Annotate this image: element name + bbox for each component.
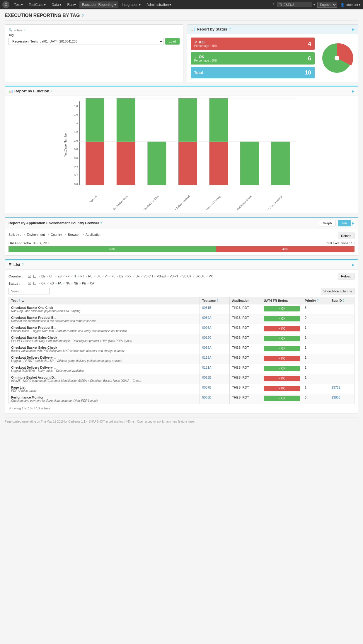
testcase-link[interactable]: 0121A xyxy=(202,366,212,369)
status-select-all-icon[interactable]: ☑ xyxy=(28,281,31,286)
testcase-link[interactable]: 0095A xyxy=(202,326,212,329)
page-title: EXECUTION REPORTING BY TAG ? xyxy=(5,13,358,21)
cell-priority: 1 xyxy=(302,344,329,354)
app-env-expand-icon[interactable]: ▶ xyxy=(352,221,355,225)
cb-es[interactable]: ✓ ES xyxy=(55,275,62,278)
cb-pe[interactable]: ✓ PE xyxy=(79,282,86,285)
cell-testcase: 0095A xyxy=(200,324,229,334)
cell-status: ✓ OK xyxy=(261,304,302,314)
user-menu[interactable]: 👤 bdumont ▾ xyxy=(340,3,361,7)
nav-testcase[interactable]: TestCase ▾ xyxy=(26,1,48,8)
cb-pt[interactable]: ✓ PT xyxy=(77,275,84,278)
nav-data[interactable]: Data ▾ xyxy=(49,1,64,8)
cb-dxuk[interactable]: ✓ DX-UK xyxy=(193,275,205,278)
status-total-item: Total 10 xyxy=(191,67,315,78)
cb-be[interactable]: ✓ BE xyxy=(38,275,45,278)
bar-chart-icon: 📊 xyxy=(8,89,13,93)
cb-vbpt[interactable]: ✓ VB-PT xyxy=(167,275,178,278)
report-app-env-section: Report By Application Environement Count… xyxy=(5,217,358,256)
cell-application: THES_RDT xyxy=(229,344,261,354)
cb-ru[interactable]: ✓ RU xyxy=(85,275,92,278)
nav-administration[interactable]: Administration ▾ xyxy=(144,1,173,8)
cb-ok[interactable]: ✓ OK xyxy=(38,282,45,285)
status-help-icon[interactable]: ? xyxy=(229,28,231,31)
tab-tab-btn[interactable]: Tab xyxy=(338,220,351,226)
list-expand-icon[interactable]: ▶ xyxy=(352,263,355,267)
cb-vbch[interactable]: ✓ VB-CH xyxy=(141,275,153,278)
app-env-help-icon[interactable]: ? xyxy=(100,222,102,225)
nav-test[interactable]: Test ▾ xyxy=(12,1,25,8)
cell-bugid xyxy=(329,314,355,324)
cb-pl[interactable]: ✓ PL xyxy=(109,275,115,278)
title-help-icon[interactable]: ? xyxy=(81,13,84,18)
app-env-reload-btn[interactable]: Reload xyxy=(338,233,355,239)
cb-uk[interactable]: ✓ UK xyxy=(94,275,101,278)
status-deselect-all-icon[interactable]: ☐ xyxy=(33,281,37,286)
nav-execution-reporting[interactable]: Execution Reporting ▾ xyxy=(79,1,118,8)
env-bar-ko: 40% xyxy=(216,246,355,252)
svg-text:1.2: 1.2 xyxy=(74,130,78,133)
function-expand-icon[interactable]: ▶ xyxy=(352,89,355,93)
cb-uf[interactable]: ✓ UF xyxy=(133,275,139,278)
col-application: Application xyxy=(229,297,261,304)
list-help-icon[interactable]: ? xyxy=(22,263,24,266)
svg-text:Performance Monitor: Performance Monitor xyxy=(265,195,283,210)
cb-vbuk[interactable]: ✓ VB-UK xyxy=(180,275,192,278)
show-hide-columns-btn[interactable]: Show/Hide columns xyxy=(321,288,355,294)
cb-na[interactable]: ✓ NA xyxy=(63,282,70,285)
cb-fa[interactable]: ✓ FA xyxy=(55,282,62,285)
testcase-link[interactable]: 0057B xyxy=(202,386,212,389)
country-deselect-all-icon[interactable]: ☐ xyxy=(33,274,37,279)
nav-run[interactable]: Run ▾ xyxy=(65,1,78,8)
testcase-link[interactable]: 0051B xyxy=(202,306,212,309)
ko-percentage: Percentage : 40% xyxy=(194,44,218,48)
load-button[interactable]: Load xyxy=(165,38,179,45)
list-reload-btn[interactable]: Reload xyxy=(338,273,355,279)
cb-ch[interactable]: ✓ CH xyxy=(46,275,53,278)
testcase-link[interactable]: 5065B xyxy=(202,396,212,399)
testcase-link[interactable]: 0119A xyxy=(202,356,212,359)
cb-vi[interactable]: ✓ VI xyxy=(102,275,108,278)
cb-ne[interactable]: ✓ NE xyxy=(71,282,78,285)
bugid-link[interactable]: 23722 xyxy=(331,386,340,389)
cb-vx[interactable]: ✓ VX xyxy=(206,275,213,278)
graph-tab-btn[interactable]: Graph xyxy=(319,220,336,226)
list-title: List xyxy=(13,262,20,267)
cb-ko[interactable]: ✓ KO xyxy=(47,282,54,285)
cb-fr[interactable]: ✓ FR xyxy=(63,275,69,278)
status-expand-icon[interactable]: ▶ xyxy=(352,27,355,31)
cb-rx[interactable]: ✓ RX xyxy=(125,275,132,278)
cell-test-name: Performance Monitor Checkout and payment… xyxy=(9,394,200,404)
svg-text:TestCase Number: TestCase Number xyxy=(64,132,67,157)
function-help-icon[interactable]: ? xyxy=(50,89,52,93)
svg-text:0.0: 0.0 xyxy=(74,182,78,186)
project-search[interactable] xyxy=(277,2,312,7)
bugid-link[interactable]: 23808 xyxy=(331,396,340,399)
testcase-col-help[interactable]: ? xyxy=(217,299,218,302)
cell-priority: 1 xyxy=(302,324,329,334)
cb-vbes[interactable]: ✓ VB-ES xyxy=(154,275,166,278)
report-function-title: Report by Function xyxy=(14,89,49,93)
ko-count: 4 xyxy=(308,40,311,47)
nav-integration[interactable]: Integration ▾ xyxy=(120,1,143,8)
cb-ca[interactable]: ✓ CA xyxy=(87,282,94,285)
tag-select[interactable]: Regression_Tests_uat01_UAT4_2016041208 xyxy=(8,38,163,45)
testcase-link[interactable]: 0012C xyxy=(202,336,212,339)
project-dropdown-icon[interactable]: ▾ xyxy=(313,3,315,6)
language-selector[interactable]: English xyxy=(317,2,337,8)
table-row: Checkout Basket Product B... Detail of t… xyxy=(9,314,355,324)
status-ko-item: ✕ KO Percentage : 40% 4 xyxy=(191,38,315,50)
country-select-all-icon[interactable]: ☑ xyxy=(28,274,31,279)
cell-priority: 1 xyxy=(302,384,329,394)
testcase-link[interactable]: 0089A xyxy=(202,316,212,319)
cb-it[interactable]: ✓ IT xyxy=(71,275,76,278)
test-sort-icon[interactable]: ▲ xyxy=(22,299,24,302)
test-col-help[interactable]: ? xyxy=(18,299,20,302)
search-input[interactable] xyxy=(8,288,50,294)
testcase-link[interactable]: 0015B xyxy=(202,376,212,379)
cb-de[interactable]: ✓ DE xyxy=(116,275,123,278)
testcase-link[interactable]: 0052A xyxy=(202,346,212,349)
filters-help-icon[interactable]: ? xyxy=(24,28,25,32)
bugid-col-help[interactable]: ? xyxy=(343,299,345,302)
priority-col-help[interactable]: ? xyxy=(317,299,319,302)
